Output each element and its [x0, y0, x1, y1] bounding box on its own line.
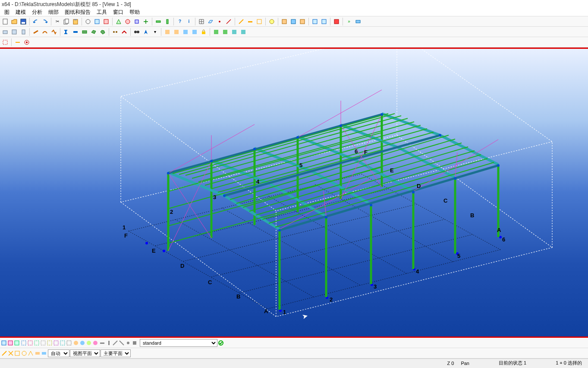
filter-icon[interactable] — [1, 340, 7, 346]
snap-main-select[interactable]: 主要平面 — [101, 349, 131, 357]
filter-icon[interactable] — [27, 340, 33, 346]
copy-icon[interactable] — [62, 17, 71, 26]
paste-icon[interactable] — [71, 17, 80, 26]
menu-view[interactable]: 图 — [2, 9, 12, 15]
filter-icon[interactable] — [7, 340, 13, 346]
tool-icon[interactable] — [114, 17, 123, 26]
menu-tools[interactable]: 工具 — [94, 9, 110, 15]
tool-icon[interactable] — [102, 17, 110, 26]
grid-icon[interactable] — [197, 17, 206, 26]
filter-icon[interactable] — [60, 340, 66, 346]
filter-icon[interactable] — [112, 340, 118, 346]
view-icon[interactable] — [1, 28, 9, 36]
menu-drawings[interactable]: 图纸和报告 — [62, 9, 93, 15]
tool-icon[interactable] — [181, 28, 190, 36]
tool-icon[interactable] — [298, 17, 307, 26]
standard-select[interactable]: standard — [140, 339, 217, 347]
plate-icon[interactable] — [98, 28, 107, 36]
filter-icon[interactable] — [40, 340, 46, 346]
filter-icon[interactable] — [47, 340, 53, 346]
point-icon[interactable] — [215, 17, 224, 26]
filter-icon[interactable] — [66, 340, 72, 346]
tool-icon[interactable] — [221, 28, 230, 36]
menu-analysis[interactable]: 分析 — [29, 9, 45, 15]
snap-plane-select[interactable]: 视图平面 — [70, 349, 100, 357]
tool-icon[interactable] — [212, 28, 220, 36]
tool-icon[interactable] — [132, 17, 141, 26]
menu-detail[interactable]: 细部 — [46, 9, 61, 15]
profile-icon[interactable] — [62, 28, 71, 36]
snap-icon[interactable] — [13, 38, 22, 47]
tool-icon[interactable] — [163, 17, 172, 26]
plane-icon[interactable] — [206, 17, 215, 26]
plate-icon[interactable] — [89, 28, 98, 36]
filter-icon[interactable] — [125, 340, 131, 346]
filter-icon[interactable] — [14, 340, 20, 346]
filter-icon[interactable] — [34, 340, 40, 346]
origin-icon[interactable] — [22, 38, 31, 47]
tool-icon[interactable] — [163, 28, 172, 36]
menu-model[interactable]: 建模 — [13, 9, 28, 15]
tool-icon[interactable] — [84, 17, 92, 26]
snap-mode-select[interactable]: 自动 — [48, 349, 69, 357]
filter-icon[interactable] — [73, 340, 79, 346]
beam-icon[interactable] — [31, 28, 40, 36]
plate-icon[interactable] — [80, 28, 89, 36]
filter-icon[interactable] — [119, 340, 125, 346]
profile-icon[interactable] — [71, 28, 80, 36]
filter-icon[interactable] — [92, 340, 98, 346]
tool-icon[interactable] — [190, 28, 199, 36]
filter-icon[interactable] — [99, 340, 105, 346]
tool-icon[interactable]: » — [345, 17, 353, 26]
line-icon[interactable] — [224, 17, 233, 26]
open-icon[interactable] — [10, 17, 19, 26]
tool-icon[interactable] — [93, 17, 101, 26]
tool-icon[interactable] — [246, 17, 255, 26]
filter-icon[interactable] — [79, 340, 85, 346]
snap-icon[interactable] — [1, 350, 7, 356]
menu-window[interactable]: 窗口 — [110, 9, 126, 15]
redo-icon[interactable] — [41, 17, 49, 26]
tool-icon[interactable] — [255, 17, 264, 26]
beam-icon[interactable] — [41, 28, 49, 36]
measure-icon[interactable] — [237, 17, 245, 26]
navigate-icon[interactable] — [141, 28, 150, 36]
snap-icon[interactable] — [41, 350, 47, 356]
weld-icon[interactable] — [120, 28, 129, 36]
tool-icon[interactable] — [332, 17, 341, 26]
filter-icon[interactable] — [86, 340, 92, 346]
tool-icon[interactable] — [230, 28, 239, 36]
snap-icon[interactable] — [8, 350, 14, 356]
tool-icon[interactable] — [289, 17, 298, 26]
beam-icon[interactable] — [50, 28, 58, 36]
binoculars-icon[interactable] — [132, 28, 141, 36]
tool-icon[interactable] — [239, 28, 248, 36]
tool-icon[interactable] — [154, 17, 163, 26]
tool-icon[interactable] — [354, 17, 362, 26]
tool-icon[interactable] — [123, 17, 132, 26]
menu-help[interactable]: 帮助 — [127, 9, 142, 15]
view-icon[interactable] — [10, 28, 19, 36]
save-icon[interactable] — [19, 17, 28, 26]
tool-icon[interactable] — [267, 17, 276, 26]
filter-icon[interactable] — [132, 340, 138, 346]
tool-icon[interactable] — [320, 17, 328, 26]
snap-icon[interactable] — [35, 350, 41, 356]
filter-icon[interactable] — [106, 340, 112, 346]
3d-viewport[interactable]: 1 2 3 4 5 6 1 2 3 4 5 6 A B C D E F A B … — [0, 48, 588, 338]
tool-icon[interactable] — [172, 28, 181, 36]
undo-icon[interactable] — [31, 17, 40, 26]
snap-icon[interactable] — [14, 350, 20, 356]
filter-icon[interactable] — [21, 340, 27, 346]
snap-icon[interactable] — [28, 350, 34, 356]
filter-icon[interactable] — [53, 340, 59, 346]
apply-icon[interactable] — [218, 340, 224, 346]
snap-icon[interactable] — [21, 350, 27, 356]
dropdown-icon[interactable]: ▾ — [151, 28, 159, 36]
info-icon[interactable]: i — [185, 17, 193, 26]
tool-icon[interactable] — [311, 17, 319, 26]
tool-icon[interactable] — [141, 17, 150, 26]
tool-icon[interactable] — [280, 17, 289, 26]
help-icon[interactable]: ? — [176, 17, 184, 26]
cut-icon[interactable]: ✂ — [53, 17, 62, 26]
